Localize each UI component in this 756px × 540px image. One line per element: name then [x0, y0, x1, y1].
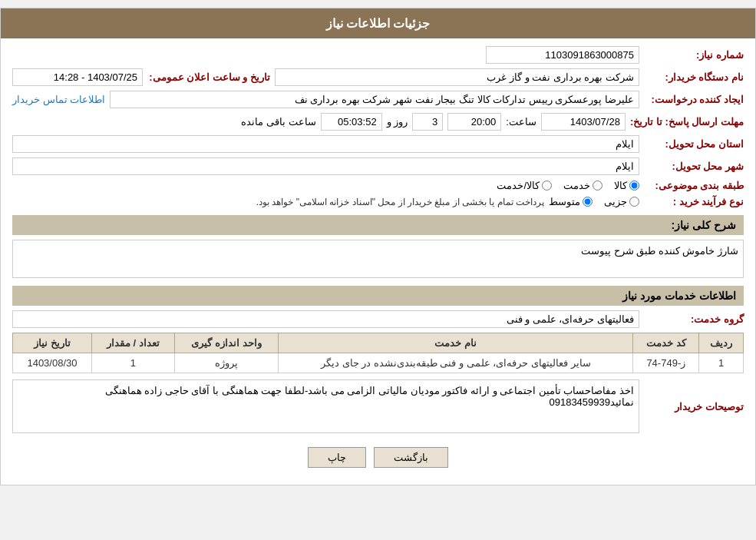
shomare-niaz-value: 1103091863000875	[486, 46, 639, 64]
cell-kodKhedmat: ز-749-74	[633, 353, 699, 373]
radio-kala-khedmat-input[interactable]	[542, 181, 552, 190]
mohlat-label: مهلت ارسال پاسخ: تا تاریخ:	[630, 116, 744, 128]
radio-khedmat-input[interactable]	[593, 181, 602, 190]
shahr-label: شهر محل تحویل:	[644, 161, 744, 172]
cell-radif: 1	[699, 353, 744, 373]
ostan-label: استان محل تحویل:	[644, 138, 744, 150]
shomare-niaz-row: شماره نیاز: 1103091863000875	[12, 46, 744, 64]
col-vahed: واحد اندازه گیری	[174, 333, 279, 353]
tabaqe-label: طبقه بندی موضوعی:	[644, 180, 744, 191]
khadamat-section-header: اطلاعات خدمات مورد نیاز	[12, 286, 744, 306]
cell-tarikh: 1403/08/30	[13, 353, 92, 373]
group-khedmat-label: گروه خدمت:	[644, 313, 744, 325]
tabaqe-radio-group: کالا خدمت کالا/خدمت	[497, 180, 639, 191]
services-table: ردیف کد خدمت نام خدمت واحد اندازه گیری ت…	[12, 333, 744, 373]
nam-dastgah-value: شرکت بهره برداری نفت و گاز غرب	[275, 68, 639, 86]
col-nam: نام خدمت	[279, 333, 633, 353]
radio-kala[interactable]: کالا	[614, 180, 639, 191]
farayand-radio-group: جزیی متوسط	[549, 196, 639, 207]
radio-jozi-input[interactable]	[629, 197, 639, 207]
cell-vahed: پروژه	[174, 353, 279, 373]
radio-kala-input[interactable]	[629, 181, 639, 190]
ijad-konande-row: ایجاد کننده درخواست: علیرضا پورعسکری ریی…	[12, 91, 744, 108]
announcement-row: نام دستگاه خریدار: شرکت بهره برداری نفت …	[12, 68, 744, 86]
col-radif: ردیف	[699, 333, 744, 353]
col-tedad: تعداد / مقدار	[91, 333, 174, 353]
date-value: 1403/07/28	[541, 113, 626, 131]
remaining-label: ساعت باقی مانده	[241, 116, 315, 128]
radio-motavaset[interactable]: متوسط	[549, 196, 593, 207]
ostan-value: ایلام	[12, 135, 639, 153]
shomare-niaz-label: شماره نیاز:	[644, 49, 744, 61]
sharh-koli-textarea[interactable]: شارژ خاموش کننده طبق شرح پیوست	[12, 240, 744, 278]
print-button[interactable]: چاپ	[308, 447, 366, 468]
col-kod: کد خدمت	[633, 333, 699, 353]
shahr-value: ایلام	[12, 157, 639, 175]
sharh-koli-section-header: شرح کلی نیاز:	[12, 215, 744, 235]
radio-jozi-label: جزیی	[604, 196, 627, 207]
group-khedmat-row: گروه خدمت: فعالیتهای حرفه‌ای، علمی و فنی	[12, 310, 744, 328]
tosih-row: توصیحات خریدار اخذ مفاصاحساب تأمین اجتما…	[12, 379, 744, 433]
radio-khedmat-label: خدمت	[563, 180, 590, 191]
day-value: 3	[412, 113, 443, 131]
tabaqe-row: طبقه بندی موضوعی: کالا خدمت کالا/خدمت	[12, 180, 744, 191]
remaining-value: 05:03:52	[321, 113, 382, 131]
group-khedmat-value: فعالیتهای حرفه‌ای، علمی و فنی	[12, 310, 639, 328]
radio-kala-khedmat-label: کالا/خدمت	[497, 180, 540, 191]
radio-jozi[interactable]: جزیی	[604, 196, 639, 207]
day-label: روز و	[387, 116, 408, 128]
page-title: جزئیات اطلاعات نیاز	[1, 8, 755, 38]
shahr-row: شهر محل تحویل: ایلام	[12, 157, 744, 175]
ijad-konande-value: علیرضا پورعسکری رییس تدارکات کالا تنگ بی…	[110, 91, 639, 108]
col-tarikh: تاریخ نیاز	[13, 333, 92, 353]
radio-motavaset-label: متوسط	[549, 196, 580, 207]
radio-kala-label: کالا	[614, 180, 627, 191]
content-area: شماره نیاز: 1103091863000875 نام دستگاه …	[1, 38, 755, 485]
noe-farayand-label: نوع فرآیند خرید :	[644, 196, 744, 207]
cell-namKhedmat: سایر فعالیتهای حرفه‌ای، علمی و فنی طبقه‌…	[279, 353, 633, 373]
time-label: ساعت:	[506, 116, 536, 128]
tosih-label: توصیحات خریدار	[644, 401, 744, 412]
bottom-buttons: بازگشت چاپ	[12, 438, 744, 477]
cell-tedad: 1	[91, 353, 174, 373]
tosih-value: اخذ مفاصاحساب تأمین اجتماعی و ارائه فاکت…	[12, 379, 639, 433]
ijad-konande-label: ایجاد کننده درخواست:	[644, 94, 744, 105]
page-wrapper: جزئیات اطلاعات نیاز شماره نیاز: 11030918…	[0, 8, 756, 485]
contact-link[interactable]: اطلاعات تماس خریدار	[12, 94, 105, 105]
table-row: 1ز-749-74سایر فعالیتهای حرفه‌ای، علمی و …	[13, 353, 744, 373]
time-value: 20:00	[447, 113, 501, 131]
farayand-note: پرداخت تمام یا بخشی از مبلغ خریدار از مح…	[256, 197, 544, 207]
mohlat-row: مهلت ارسال پاسخ: تا تاریخ: 1403/07/28 سا…	[12, 113, 744, 131]
back-button[interactable]: بازگشت	[374, 447, 448, 468]
sharh-koli-row: شارژ خاموش کننده طبق شرح پیوست	[12, 240, 744, 278]
radio-kala-khedmat[interactable]: کالا/خدمت	[497, 180, 552, 191]
radio-motavaset-input[interactable]	[583, 197, 593, 207]
nam-dastgah-label: نام دستگاه خریدار:	[644, 71, 744, 83]
radio-khedmat[interactable]: خدمت	[563, 180, 602, 191]
announcement-value: 1403/07/25 - 14:28	[12, 68, 143, 86]
noe-farayand-row: نوع فرآیند خرید : جزیی متوسط پرداخت تمام…	[12, 196, 744, 207]
announcement-label: تاریخ و ساعت اعلان عمومی:	[147, 71, 270, 83]
ostan-row: استان محل تحویل: ایلام	[12, 135, 744, 153]
